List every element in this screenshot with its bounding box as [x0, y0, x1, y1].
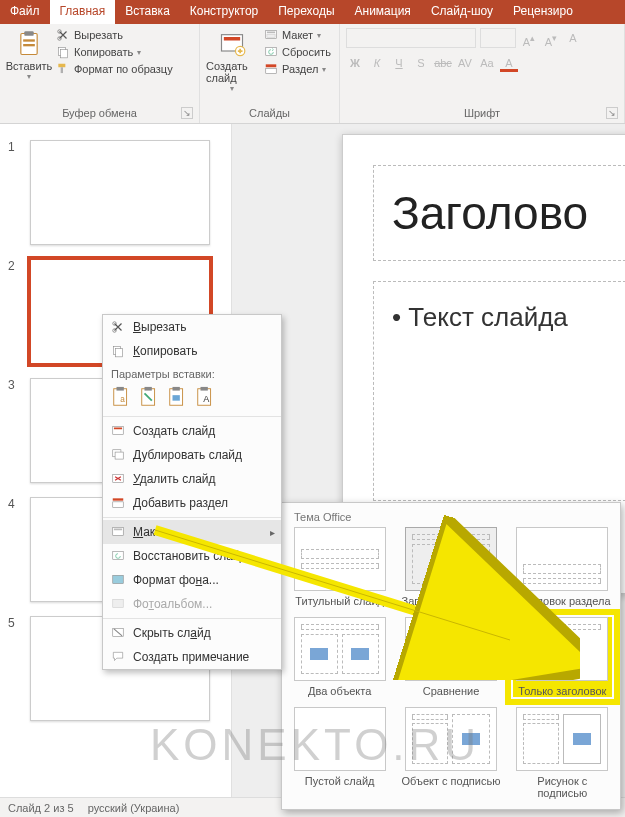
clear-formatting-button[interactable]: A — [564, 29, 582, 47]
copy-icon — [56, 45, 70, 59]
copy-icon — [111, 344, 125, 358]
status-slide-count: Слайд 2 из 5 — [8, 802, 74, 814]
ctx-delete-slide[interactable]: Удалить слайд — [103, 467, 281, 491]
status-language[interactable]: русский (Украина) — [88, 802, 180, 814]
tab-home[interactable]: Главная — [50, 0, 116, 24]
layout-comparison[interactable]: Сравнение — [401, 617, 500, 697]
shadow-button[interactable]: S — [412, 54, 430, 72]
reset-icon — [111, 549, 125, 563]
tab-file[interactable]: Файл — [0, 0, 50, 24]
thumbnail-1[interactable] — [30, 140, 210, 245]
thumb-number: 5 — [8, 616, 22, 630]
paste-picture-icon[interactable] — [167, 386, 189, 408]
tab-transitions[interactable]: Переходы — [268, 0, 344, 24]
svg-rect-9 — [61, 67, 63, 73]
layout-label: Макет — [282, 29, 313, 41]
layout-title-content[interactable]: Заголовок и объект — [401, 527, 500, 607]
thumb-number: 1 — [8, 140, 22, 154]
ctx-paste-icons: a A — [103, 382, 281, 414]
format-painter-label: Формат по образцу — [74, 63, 173, 75]
strike-button[interactable]: abc — [434, 54, 452, 72]
clipboard-launcher[interactable]: ↘ — [181, 107, 193, 119]
ctx-add-section[interactable]: Добавить раздел — [103, 491, 281, 515]
grow-font-button[interactable]: A▴ — [520, 29, 538, 47]
shrink-font-button[interactable]: A▾ — [542, 29, 560, 47]
copy-button[interactable]: Копировать ▾ — [56, 45, 173, 59]
reset-button[interactable]: Сбросить — [264, 45, 331, 59]
new-slide-icon — [111, 424, 125, 438]
layout-title-slide[interactable]: Титульный слайд — [290, 527, 389, 607]
tab-review[interactable]: Рецензиро — [503, 0, 583, 24]
ctx-duplicate-slide[interactable]: Дублировать слайд — [103, 443, 281, 467]
svg-rect-45 — [113, 599, 124, 607]
ctx-format-background[interactable]: Формат фона... — [103, 568, 281, 592]
svg-rect-1 — [24, 31, 33, 36]
paste-icon — [15, 30, 43, 58]
slides-group-label: Слайды — [249, 107, 290, 119]
scissors-icon — [111, 320, 125, 334]
svg-rect-18 — [266, 68, 277, 73]
layout-two-content[interactable]: Два объекта — [290, 617, 389, 697]
bold-button[interactable]: Ж — [346, 54, 364, 72]
section-icon — [264, 62, 278, 76]
ctx-new-comment[interactable]: Создать примечание — [103, 645, 281, 669]
svg-rect-15 — [267, 34, 275, 37]
layout-blank[interactable]: Пустой слайд — [290, 707, 389, 799]
new-slide-label: Создать слайд — [206, 60, 258, 84]
ribbon: Вставить ▾ Вырезать Копировать ▾ Формат … — [0, 24, 625, 124]
svg-rect-14 — [267, 32, 275, 34]
char-spacing-button[interactable]: AV — [456, 54, 474, 72]
tab-insert[interactable]: Вставка — [115, 0, 180, 24]
svg-rect-37 — [115, 452, 123, 459]
svg-rect-42 — [114, 529, 122, 531]
ctx-new-slide[interactable]: Создать слайд — [103, 419, 281, 443]
paste-button[interactable]: Вставить ▾ — [6, 28, 52, 81]
svg-rect-24 — [117, 387, 124, 391]
new-slide-button[interactable]: Создать слайд ▾ — [206, 28, 258, 93]
change-case-button[interactable]: Aa — [478, 54, 496, 72]
new-slide-icon — [218, 30, 246, 58]
section-icon — [111, 496, 125, 510]
layout-button[interactable]: Макет ▾ — [264, 28, 331, 42]
slide-body-placeholder[interactable]: • Текст слайда — [373, 281, 625, 501]
ctx-reset-slide[interactable]: Восстановить слайд — [103, 544, 281, 568]
font-name-combo[interactable] — [346, 28, 476, 48]
font-launcher[interactable]: ↘ — [606, 107, 618, 119]
paste-dest-theme-icon[interactable]: a — [111, 386, 133, 408]
layout-content-caption[interactable]: Объект с подписью — [401, 707, 500, 799]
paste-keep-source-icon[interactable] — [139, 386, 161, 408]
svg-rect-39 — [113, 498, 124, 500]
slide-title-placeholder[interactable]: Заголово — [373, 165, 625, 261]
ctx-cut[interactable]: Вырезать — [103, 315, 281, 339]
italic-button[interactable]: К — [368, 54, 386, 72]
layout-label: Титульный слайд — [290, 595, 389, 607]
tab-slideshow[interactable]: Слайд-шоу — [421, 0, 503, 24]
layout-flyout: Тема Office Титульный слайд Заголовок и … — [281, 502, 621, 810]
scissors-icon — [56, 28, 70, 42]
svg-rect-44 — [113, 575, 124, 583]
ctx-hide-slide[interactable]: Скрыть слайд — [103, 621, 281, 645]
font-color-button[interactable]: A — [500, 54, 518, 72]
layout-section-header[interactable]: Заголовок раздела — [513, 527, 612, 607]
underline-button[interactable]: Ч — [390, 54, 408, 72]
svg-rect-27 — [145, 387, 152, 391]
layout-title-only[interactable]: Только заголовок — [513, 617, 612, 697]
font-size-combo[interactable] — [480, 28, 516, 48]
ctx-layout[interactable]: Макет▸ — [103, 520, 281, 544]
layout-label: Заголовок раздела — [513, 595, 612, 607]
svg-text:A: A — [203, 394, 210, 404]
ribbon-tabs: Файл Главная Вставка Конструктор Переход… — [0, 0, 625, 24]
svg-rect-35 — [114, 428, 122, 430]
ctx-copy[interactable]: Копировать — [103, 339, 281, 363]
format-painter-button[interactable]: Формат по образцу — [56, 62, 173, 76]
thumb-number: 2 — [8, 259, 22, 273]
section-button[interactable]: Раздел ▾ — [264, 62, 331, 76]
svg-rect-8 — [58, 64, 65, 68]
ctx-paste-options-header: Параметры вставки: — [103, 363, 281, 382]
tab-design[interactable]: Конструктор — [180, 0, 268, 24]
layout-picture-caption[interactable]: Рисунок с подписью — [513, 707, 612, 799]
tab-animations[interactable]: Анимация — [345, 0, 421, 24]
ribbon-group-slides: Создать слайд ▾ Макет ▾ Сбросить Раздел … — [200, 24, 340, 123]
cut-button[interactable]: Вырезать — [56, 28, 173, 42]
paste-text-only-icon[interactable]: A — [195, 386, 217, 408]
